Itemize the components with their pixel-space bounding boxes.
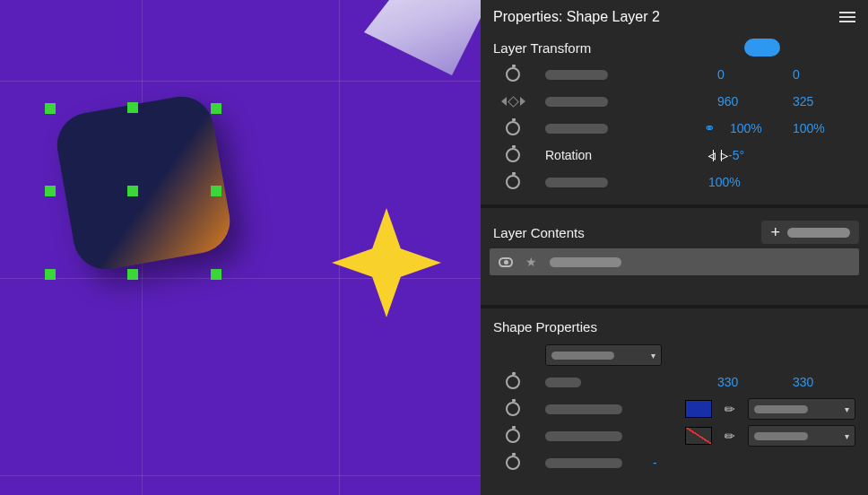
visibility-eye-icon[interactable]	[499, 257, 513, 267]
stopwatch-icon[interactable]	[506, 429, 520, 443]
rotation-input[interactable]: -5°	[728, 148, 744, 162]
size-x-input[interactable]: 330	[717, 375, 780, 389]
shape-type-dropdown[interactable]: ▾	[545, 344, 662, 366]
opacity-input[interactable]: 100%	[708, 175, 780, 189]
selection-handle[interactable]	[45, 269, 56, 280]
selection-handle[interactable]	[45, 103, 56, 114]
size-y-input[interactable]: 330	[793, 375, 855, 389]
property-name-rotation: Rotation	[545, 148, 608, 162]
property-name-anchor	[545, 70, 608, 80]
extra-value-input[interactable]: -	[653, 456, 725, 470]
selection-handle[interactable]	[211, 269, 221, 280]
star-shape[interactable]	[332, 208, 441, 317]
keyframe-nav[interactable]	[493, 97, 533, 106]
stopwatch-icon[interactable]	[506, 121, 520, 135]
selection-handle[interactable]	[211, 103, 221, 114]
stopwatch-icon[interactable]	[506, 148, 520, 162]
plus-icon: +	[770, 224, 780, 240]
scale-x-input[interactable]: 100%	[730, 121, 780, 135]
selection-handle[interactable]	[127, 102, 138, 113]
selection-handle[interactable]	[45, 186, 56, 196]
properties-panel: Properties: Shape Layer 2 Layer Transfor…	[481, 0, 868, 495]
fill-color-swatch[interactable]	[685, 400, 712, 418]
stopwatch-icon[interactable]	[506, 175, 520, 189]
keyframe-diamond-icon[interactable]	[508, 96, 519, 108]
anchor-y-input[interactable]: 0	[793, 67, 855, 82]
gridline	[339, 0, 340, 495]
property-name-size	[545, 378, 581, 387]
section-title-contents: Layer Contents	[493, 225, 585, 240]
gridline	[0, 475, 481, 476]
chevron-down-icon: ▾	[845, 431, 849, 441]
selection-handle[interactable]	[211, 186, 221, 196]
property-name-opacity	[545, 178, 608, 187]
stopwatch-icon[interactable]	[506, 67, 520, 82]
scale-y-input[interactable]: 100%	[793, 121, 855, 135]
section-title-shape-props: Shape Properties	[481, 319, 868, 342]
anchor-x-input[interactable]: 0	[717, 67, 780, 82]
link-icon[interactable]: ⚭	[701, 120, 717, 136]
stopwatch-icon[interactable]	[506, 402, 520, 416]
stopwatch-icon[interactable]	[506, 456, 520, 470]
content-item-label	[550, 257, 621, 267]
gridline	[0, 278, 481, 279]
eyedropper-icon[interactable]: ✎	[721, 400, 739, 418]
scrub-cursor-icon	[708, 150, 726, 161]
stroke-blend-dropdown[interactable]: ▾	[748, 425, 855, 447]
add-content-button[interactable]: +	[761, 221, 859, 244]
eyedropper-icon[interactable]: ✎	[721, 427, 739, 445]
prev-keyframe-icon[interactable]	[501, 97, 507, 106]
reset-toggle[interactable]	[744, 39, 780, 56]
position-x-input[interactable]: 960	[717, 94, 780, 109]
panel-title: Properties: Shape Layer 2	[493, 9, 660, 25]
section-title-transform: Layer Transform	[493, 40, 591, 56]
chevron-down-icon: ▾	[845, 404, 849, 414]
property-name-fill	[545, 404, 622, 414]
fill-blend-dropdown[interactable]: ▾	[748, 398, 855, 420]
selection-handle[interactable]	[127, 186, 138, 196]
chevron-down-icon: ▾	[651, 351, 655, 360]
star-icon: ★	[525, 255, 537, 269]
stroke-color-swatch[interactable]	[685, 427, 712, 445]
selection-handle[interactable]	[127, 269, 138, 280]
next-keyframe-icon[interactable]	[520, 97, 525, 106]
property-name-strokewidth	[545, 458, 622, 468]
panel-menu-icon[interactable]	[839, 9, 855, 25]
stopwatch-icon[interactable]	[506, 375, 520, 389]
property-name-position	[545, 97, 608, 107]
rounded-square-shape[interactable]	[52, 91, 235, 274]
property-name-stroke	[545, 431, 622, 441]
gridline	[0, 81, 481, 82]
composition-canvas[interactable]	[0, 0, 481, 495]
property-name-scale	[545, 124, 608, 134]
content-item-row[interactable]: ★	[490, 248, 859, 275]
position-y-input[interactable]: 325	[793, 94, 855, 109]
gem-shape	[364, 0, 481, 75]
